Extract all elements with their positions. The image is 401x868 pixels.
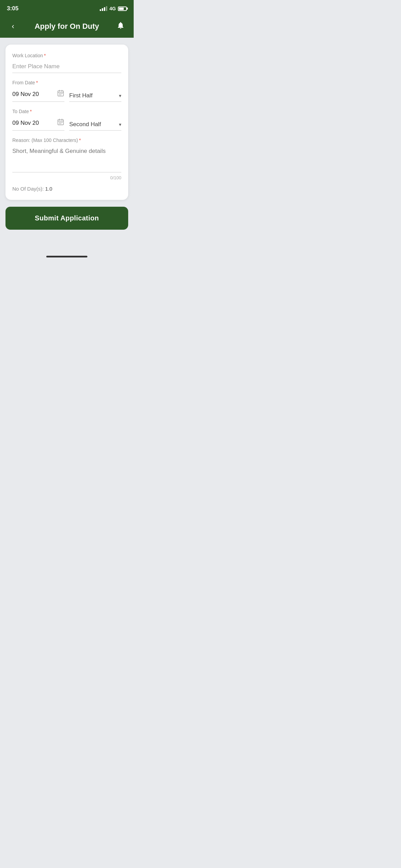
network-type: 4G [109, 6, 116, 11]
to-half-wrapper[interactable]: Full Day First Half Second Half ▾ [69, 121, 121, 131]
svg-rect-8 [60, 95, 61, 95]
work-location-field: Work Location * [12, 53, 121, 73]
work-location-input[interactable] [12, 60, 121, 73]
from-date-section: From Date * 09 Nov 20 [12, 80, 121, 102]
svg-rect-15 [62, 122, 63, 123]
svg-rect-17 [60, 123, 61, 124]
from-date-calendar-icon[interactable] [57, 89, 64, 99]
app-header: ‹ Apply for On Duty [0, 16, 134, 38]
reason-required: * [79, 137, 81, 143]
to-date-calendar-icon[interactable] [57, 118, 64, 128]
to-date-part: 09 Nov 20 [12, 116, 64, 131]
to-half-chevron: ▾ [119, 122, 121, 127]
home-indicator [5, 250, 128, 261]
from-half-select[interactable]: Full Day First Half Second Half [69, 92, 119, 99]
to-half-select[interactable]: Full Day First Half Second Half [69, 121, 119, 128]
battery-icon [118, 7, 127, 11]
work-location-label: Work Location * [12, 53, 121, 58]
no-of-days-value: 1.0 [45, 186, 52, 192]
to-date-label: To Date * [12, 109, 121, 114]
status-time: 3:05 [7, 5, 19, 12]
from-half-wrapper[interactable]: Full Day First Half Second Half ▾ [69, 92, 121, 102]
main-content: Work Location * From Date * 09 Nov 20 [0, 38, 134, 268]
from-half-part: Full Day First Half Second Half ▾ [69, 90, 121, 102]
reason-textarea[interactable] [12, 145, 121, 172]
svg-rect-6 [62, 93, 63, 94]
from-half-chevron: ▾ [119, 93, 121, 98]
submit-button[interactable]: Submit Application [5, 207, 128, 230]
no-of-days: No Of Day(s): 1.0 [12, 186, 121, 192]
back-button[interactable]: ‹ [7, 22, 19, 31]
to-date-required: * [30, 109, 32, 114]
svg-rect-5 [60, 93, 61, 94]
reason-label: Reason: (Max 100 Characters) * [12, 137, 121, 143]
status-icons: 4G [100, 6, 127, 11]
bell-icon[interactable] [114, 21, 127, 32]
home-bar [46, 256, 87, 257]
svg-rect-14 [60, 122, 61, 123]
from-date-part: 09 Nov 20 [12, 87, 64, 102]
work-location-required: * [44, 53, 46, 58]
from-date-required: * [36, 80, 38, 85]
from-date-label: From Date * [12, 80, 121, 85]
svg-rect-13 [59, 122, 60, 123]
char-count: 0/100 [12, 175, 121, 180]
from-date-row[interactable]: 09 Nov 20 [12, 89, 64, 102]
svg-rect-16 [59, 123, 60, 124]
to-date-value: 09 Nov 20 [12, 120, 53, 126]
to-date-section: To Date * 09 Nov 20 [12, 109, 121, 131]
status-bar: 3:05 4G [0, 0, 134, 16]
to-date-row[interactable]: 09 Nov 20 [12, 118, 64, 131]
form-card: Work Location * From Date * 09 Nov 20 [5, 45, 128, 200]
svg-rect-7 [59, 95, 60, 95]
svg-rect-4 [59, 93, 60, 94]
from-date-value: 09 Nov 20 [12, 91, 53, 98]
to-half-part: Full Day First Half Second Half ▾ [69, 119, 121, 131]
reason-field: Reason: (Max 100 Characters) * 0/100 [12, 137, 121, 180]
page-title: Apply for On Duty [19, 22, 114, 31]
signal-icon [100, 6, 107, 11]
